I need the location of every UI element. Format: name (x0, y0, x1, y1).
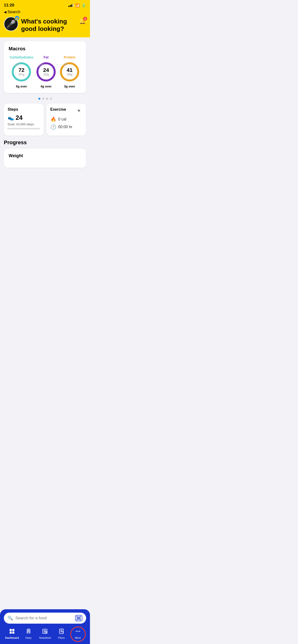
add-exercise-button[interactable]: + (76, 107, 82, 114)
carbs-goal: /67g (19, 73, 24, 76)
exercise-card: Exercise + 🔥 0 cal 🕐 00:00 hr (47, 104, 86, 136)
status-icons: 📶 🔋 (68, 3, 86, 8)
back-nav[interactable]: ◀ Search (0, 10, 90, 17)
status-bar: 11:20 📶 🔋 (0, 0, 90, 10)
protein-ring: 41 /38g (59, 61, 80, 83)
steps-value-row: 👟 24 (8, 114, 40, 122)
carbs-item: Carbohydrates 72 /67g 5g over (10, 55, 33, 88)
dot-4[interactable] (50, 98, 52, 100)
carbs-status: 5g over (16, 84, 27, 88)
exercise-title: Exercise (50, 107, 66, 112)
steps-title: Steps (8, 107, 40, 112)
dot-1[interactable] (38, 98, 40, 100)
protein-label: Protein (64, 55, 75, 59)
carbs-value: 72 (19, 68, 24, 73)
battery-icon: 🔋 (81, 3, 86, 8)
steps-goal: Goal: 10,000 steps (8, 122, 40, 126)
shoe-icon: 👟 (8, 115, 14, 121)
progress-section: Progress Weight (4, 140, 86, 168)
weight-card: Weight (4, 148, 86, 168)
notification-button[interactable]: 🔔 2 (79, 18, 86, 24)
macros-title: Macros (9, 46, 81, 52)
crown-badge: 👑 (14, 15, 20, 20)
back-arrow-icon: ◀ (4, 10, 7, 14)
header-left: 🎤 👑 What's cooking good looking? (4, 17, 79, 32)
avatar-image: 🎤 (6, 20, 16, 28)
exercise-calories-row: 🔥 0 cal (50, 116, 83, 122)
carbs-center: 72 /67g (19, 68, 24, 76)
fat-label: Fat (43, 55, 49, 59)
dot-3[interactable] (46, 98, 48, 100)
progress-title: Progress (4, 140, 86, 146)
activity-row: Steps 👟 24 Goal: 10,000 steps Exercise +… (4, 104, 86, 136)
carbs-ring: 72 /67g (11, 61, 32, 83)
status-time: 11:20 (4, 3, 14, 8)
header: 🎤 👑 What's cooking good looking? 🔔 2 (0, 17, 90, 38)
avatar[interactable]: 🎤 👑 (4, 17, 18, 31)
back-label: Search (8, 10, 20, 14)
pagination-dots (4, 98, 86, 100)
carbs-label: Carbohydrates (10, 55, 33, 59)
clock-icon: 🕐 (50, 124, 56, 130)
exercise-duration-row: 🕐 00:00 hr (50, 124, 83, 130)
macros-card: Macros Carbohydrates 72 /67g (4, 41, 86, 93)
notification-badge: 2 (83, 17, 87, 20)
fat-ring: 24 /20g (35, 61, 57, 83)
steps-progress-bar (8, 128, 40, 130)
wifi-icon: 📶 (75, 3, 80, 8)
main-content: Macros Carbohydrates 72 /67g (0, 38, 90, 218)
dot-2[interactable] (42, 98, 44, 100)
fat-goal: /20g (43, 73, 49, 76)
fat-status: 4g over (41, 84, 52, 88)
protein-value: 41 (67, 68, 72, 73)
greeting-title: What's cooking good looking? (21, 17, 79, 32)
exercise-duration: 00:00 hr (58, 125, 72, 129)
flame-icon: 🔥 (50, 116, 56, 122)
fat-center: 24 /20g (43, 68, 49, 76)
exercise-header: Exercise + (50, 107, 83, 114)
protein-item: Protein 41 /38g 3g over (59, 55, 80, 88)
protein-goal: /38g (67, 73, 72, 76)
signal-icon (68, 4, 74, 7)
protein-center: 41 /38g (67, 68, 72, 76)
exercise-calories: 0 cal (58, 117, 66, 122)
weight-label: Weight (9, 153, 81, 158)
steps-card: Steps 👟 24 Goal: 10,000 steps (4, 104, 44, 136)
protein-status: 3g over (64, 84, 75, 88)
fat-value: 24 (43, 68, 49, 73)
macros-row: Carbohydrates 72 /67g 5g over (9, 55, 81, 88)
steps-value: 24 (16, 114, 23, 122)
crown-icon: 👑 (16, 17, 19, 20)
fat-item: Fat 24 /20g 4g over (35, 55, 57, 88)
